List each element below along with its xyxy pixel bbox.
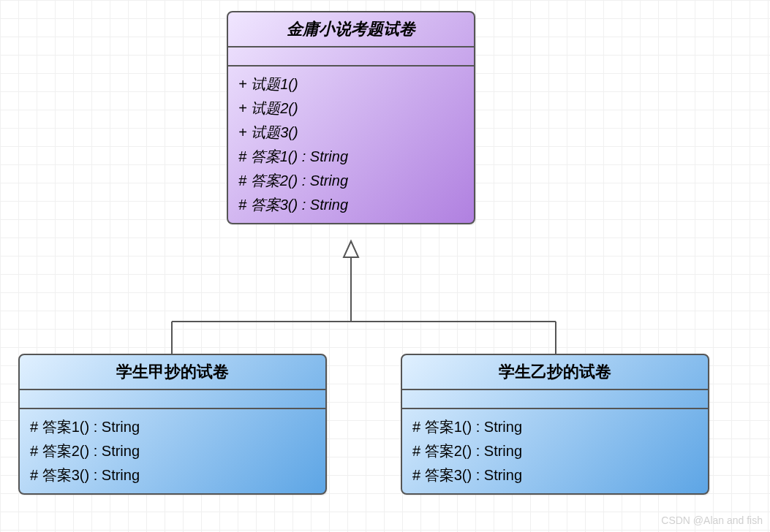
parent-class-attributes xyxy=(228,48,474,66)
method-item: + 试题3() xyxy=(238,121,464,145)
svg-marker-0 xyxy=(344,241,358,257)
child-right-class-box: 学生乙抄的试卷 # 答案1() : String # 答案2() : Strin… xyxy=(401,354,709,495)
method-item: # 答案2() : String xyxy=(412,439,698,463)
parent-class-title: 金庸小说考题试卷 xyxy=(228,12,474,48)
method-item: # 答案3() : String xyxy=(30,463,315,487)
parent-class-box: 金庸小说考题试卷 + 试题1() + 试题2() + 试题3() # 答案1()… xyxy=(227,11,475,224)
child-right-class-title: 学生乙抄的试卷 xyxy=(402,355,708,390)
child-left-class-methods: # 答案1() : String # 答案2() : String # 答案3(… xyxy=(20,409,325,493)
method-item: # 答案1() : String xyxy=(412,415,698,439)
parent-class-methods: + 试题1() + 试题2() + 试题3() # 答案1() : String… xyxy=(228,66,474,223)
watermark-text: CSDN @Alan and fish xyxy=(661,514,763,526)
method-item: # 答案3() : String xyxy=(412,463,698,487)
child-right-class-methods: # 答案1() : String # 答案2() : String # 答案3(… xyxy=(402,409,708,493)
method-item: # 答案3() : String xyxy=(238,193,464,217)
method-item: # 答案1() : String xyxy=(30,415,315,439)
child-left-class-box: 学生甲抄的试卷 # 答案1() : String # 答案2() : Strin… xyxy=(18,354,327,495)
method-item: + 试题2() xyxy=(238,96,464,121)
method-item: # 答案2() : String xyxy=(30,439,315,463)
child-right-class-attributes xyxy=(402,390,708,409)
method-item: # 答案1() : String xyxy=(238,145,464,169)
method-item: # 答案2() : String xyxy=(238,169,464,193)
child-left-class-attributes xyxy=(20,390,325,409)
method-item: + 试题1() xyxy=(238,72,464,96)
child-left-class-title: 学生甲抄的试卷 xyxy=(20,355,325,390)
